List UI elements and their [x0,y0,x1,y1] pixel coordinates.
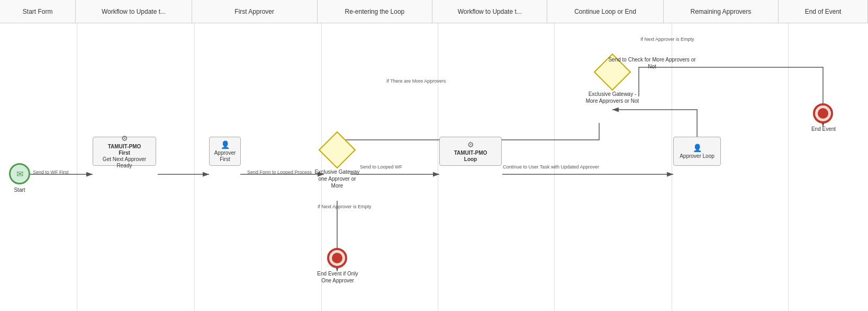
user-icon-1: 👤 [221,140,230,149]
label-if-next-empty-bottom: If Next Approver is Empty [318,204,372,209]
lane-workflow-update-1: Workflow to Update t... [76,0,192,23]
label-if-more-approvers: If There are More Approvers [386,78,446,84]
tamuit-pmo-loop-task: ⚙ TAMUIT-PMOLoop [439,137,502,166]
end-event-one-inner [332,253,342,263]
label-send-looped-wf: Send to Looped WF [360,164,402,170]
tamuit-pmo-first-task: ⚙ TAMUIT-PMOFirstGet Next Approver Ready [93,137,156,166]
lane-remaining-approvers: Remaining Approvers [664,0,779,23]
lane-end-event: End of Event [779,0,868,23]
label-continue-user-task: Continue to User Task with Updated Appro… [503,164,599,170]
gateway-more-check-label: Send to Check for More Approvers or Not [607,56,697,70]
approver-first-task: 👤 Approver First [209,137,241,166]
gateway-one-label: Exclusive Gateway one Approver or More [313,168,361,189]
end-event-label: End Event [805,126,842,132]
lane-reenter-loop: Re-entering the Loop [318,0,432,23]
start-event: ✉ Start [9,163,30,184]
end-event-one: End Event if Only One Approver [327,248,347,268]
label-send-form-looped: Send Form to Looped Process [247,170,312,175]
user-icon-2: 👤 [693,144,702,152]
tamuit-loop-label: TAMUIT-PMOLoop [454,150,487,163]
start-label: Start [4,186,35,193]
gateway-more-label: Exclusive Gateway - More Approvers or No… [583,91,641,104]
bpmn-diagram: Start Form Workflow to Update t... First… [0,0,868,311]
lane-first-approver: First Approver [192,0,318,23]
lane-continue-loop: Continue Loop or End [547,0,663,23]
approver-first-label: Approver First [212,150,238,163]
start-event-icon: ✉ [16,169,23,179]
gear-icon-2: ⚙ [467,140,474,149]
lanes-header: Start Form Workflow to Update t... First… [0,0,868,23]
approver-loop-label: Approver Loop [680,153,715,159]
lane-start-form: Start Form [0,0,76,23]
tamuit-first-label: TAMUIT-PMOFirstGet Next Approver Ready [95,144,153,169]
label-if-next-empty-top: If Next Approver is Empty [640,37,694,42]
end-event-one-label: End Event if Only One Approver [317,270,359,284]
label-send-wf-first: Send to WF First [33,170,69,175]
end-event-main: End Event [813,103,833,123]
lane-workflow-update-2: Workflow to Update t... [432,0,547,23]
approver-loop-task: 👤 Approver Loop [673,137,721,166]
gear-icon-1: ⚙ [121,134,128,143]
end-event-main-inner [818,108,828,119]
